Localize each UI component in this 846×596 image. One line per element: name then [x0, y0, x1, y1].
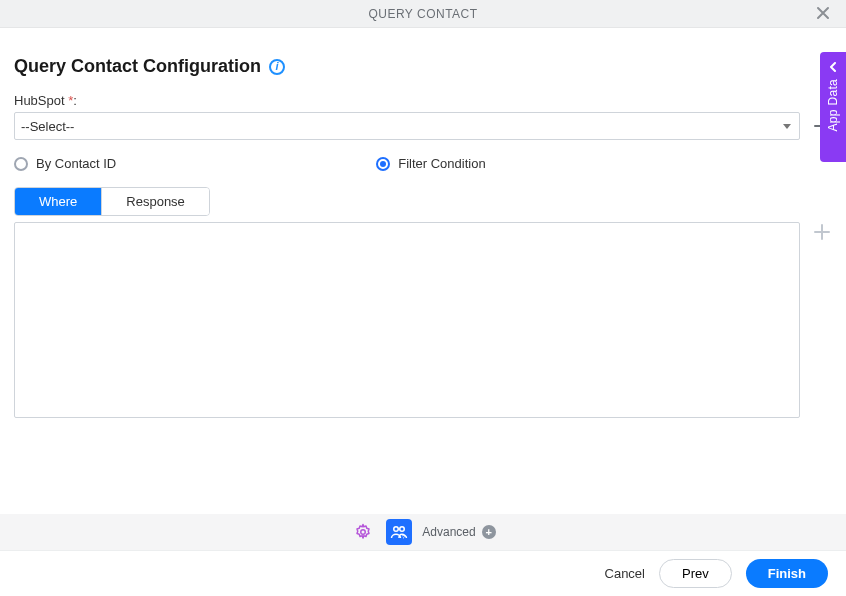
filter-conditions-area[interactable] — [14, 222, 800, 418]
tab-where[interactable]: Where — [15, 188, 101, 215]
info-icon[interactable]: i — [269, 59, 285, 75]
filter-row — [14, 222, 832, 418]
bottom-toolbar: ? Advanced + — [0, 514, 846, 550]
radio-icon — [376, 157, 390, 171]
radio-filter-condition[interactable]: Filter Condition — [376, 156, 485, 171]
advanced-label: Advanced — [422, 525, 475, 539]
dialog-footer: Cancel Prev Finish — [0, 550, 846, 596]
add-filter-button[interactable] — [812, 222, 832, 242]
hubspot-select-value: --Select-- — [21, 119, 74, 134]
cancel-button[interactable]: Cancel — [605, 566, 645, 581]
hubspot-label: HubSpot *: — [14, 93, 832, 108]
gear-icon[interactable] — [350, 519, 376, 545]
svg-point-0 — [361, 530, 366, 535]
svg-point-1 — [394, 527, 399, 532]
svg-text:?: ? — [402, 534, 405, 540]
advanced-toggle[interactable]: Advanced + — [422, 525, 495, 539]
chevron-left-icon — [828, 60, 838, 75]
hubspot-select[interactable]: --Select-- — [14, 112, 800, 140]
hubspot-label-text: HubSpot — [14, 93, 68, 108]
radio-by-contact-id[interactable]: By Contact ID — [14, 156, 116, 171]
app-data-label: App Data — [826, 79, 840, 131]
radio-label-filter-condition: Filter Condition — [398, 156, 485, 171]
tab-response[interactable]: Response — [101, 188, 209, 215]
hubspot-label-suffix: : — [73, 93, 77, 108]
app-data-side-tab[interactable]: App Data — [820, 52, 846, 162]
dialog-title: QUERY CONTACT — [368, 7, 477, 21]
hubspot-field: HubSpot *: --Select-- — [14, 93, 832, 140]
radio-icon — [14, 157, 28, 171]
chevron-down-icon — [783, 124, 791, 129]
svg-point-2 — [400, 527, 405, 532]
plus-circle-icon: + — [482, 525, 496, 539]
page-title-row: Query Contact Configuration i — [14, 56, 832, 77]
users-icon[interactable]: ? — [386, 519, 412, 545]
content-area: Query Contact Configuration i HubSpot *:… — [0, 28, 846, 418]
dialog-header: QUERY CONTACT — [0, 0, 846, 28]
close-icon[interactable] — [816, 5, 830, 23]
filter-tabbar: Where Response — [14, 187, 210, 216]
hubspot-select-row: --Select-- — [14, 112, 832, 140]
prev-button[interactable]: Prev — [659, 559, 732, 588]
finish-button[interactable]: Finish — [746, 559, 828, 588]
page-title: Query Contact Configuration — [14, 56, 261, 77]
mode-radio-group: By Contact ID Filter Condition — [14, 156, 832, 171]
radio-label-by-contact-id: By Contact ID — [36, 156, 116, 171]
